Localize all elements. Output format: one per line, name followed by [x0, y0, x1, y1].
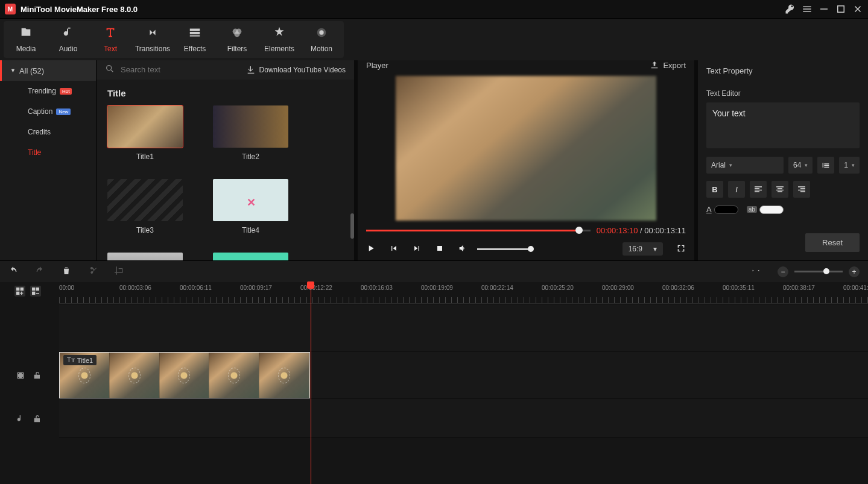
search-input[interactable] — [121, 65, 240, 74]
align-right-button[interactable] — [793, 181, 810, 198]
ruler-tick: 00:00:22:14 — [481, 284, 513, 291]
aspect-ratio-select[interactable]: 16:9▾ — [622, 242, 663, 256]
player-label: Player — [366, 61, 388, 70]
zoom-control: − + — [778, 266, 860, 277]
redo-button[interactable] — [35, 266, 45, 277]
crop-button[interactable] — [115, 266, 124, 277]
ruler-tick: 00:00:06:11 — [180, 284, 212, 291]
fit-button[interactable] — [751, 266, 761, 277]
chevron-down-icon: ▼ — [10, 68, 16, 74]
text-track[interactable] — [59, 305, 868, 352]
chevron-down-icon: ▾ — [729, 162, 732, 168]
thumb-title5[interactable] — [107, 253, 183, 260]
next-frame-button[interactable] — [412, 244, 422, 255]
tab-elements[interactable]: Elements — [261, 21, 298, 58]
remove-track-button[interactable] — [30, 286, 41, 297]
line-spacing-select[interactable]: 1▾ — [839, 157, 860, 174]
align-center-button[interactable] — [771, 181, 788, 198]
search-icon — [105, 64, 115, 75]
ruler-tick: 00:00:41:23 — [843, 284, 868, 291]
tab-audio[interactable]: Audio — [49, 21, 87, 58]
tab-effects[interactable]: Effects — [176, 21, 214, 58]
key-icon[interactable] — [785, 4, 796, 14]
playhead[interactable] — [311, 282, 311, 484]
italic-button[interactable]: I — [728, 181, 745, 198]
tab-transitions[interactable]: Transitions — [134, 21, 171, 58]
text-editor-label: Text Editor — [706, 89, 860, 98]
close-button[interactable] — [852, 4, 863, 14]
video-preview[interactable] — [396, 76, 656, 221]
text-editor-input[interactable]: Your text — [706, 102, 860, 148]
ruler-tick: 00:00:03:06 — [119, 284, 151, 291]
main-toolbar: Media Audio Text Transitions Effects Fil… — [0, 18, 868, 60]
minimize-button[interactable] — [819, 4, 829, 14]
chevron-down-icon: ▾ — [653, 245, 657, 253]
line-spacing-icon — [817, 157, 834, 174]
video-track[interactable]: TᴛTitle1 — [59, 352, 868, 399]
menu-icon[interactable] — [802, 4, 813, 14]
fullscreen-button[interactable] — [676, 244, 686, 255]
video-track-icon — [16, 371, 25, 382]
thumb-title2[interactable]: Title2 — [213, 105, 288, 161]
thumb-title6[interactable] — [213, 253, 288, 260]
add-track-button[interactable] — [14, 286, 25, 297]
video-clip[interactable]: TᴛTitle1 — [59, 352, 310, 398]
properties-title: Text Property — [698, 60, 868, 81]
thumb-title1[interactable]: Title1 — [107, 105, 183, 161]
category-trending[interactable]: TrendingHot — [0, 81, 96, 101]
zoom-slider[interactable] — [794, 271, 843, 272]
audio-track[interactable] — [59, 399, 868, 438]
app-title: MiniTool MovieMaker Free 8.0.0 — [21, 5, 785, 14]
category-caption[interactable]: CaptionNew — [0, 101, 96, 122]
audio-track-header — [0, 400, 59, 439]
svg-point-4 — [319, 30, 323, 34]
volume-button[interactable] — [458, 244, 467, 255]
highlight-color-picker[interactable]: ab — [747, 206, 784, 214]
panel-resize-handle[interactable] — [350, 213, 354, 239]
svg-rect-6 — [437, 246, 442, 251]
ruler-tick: 00:00:29:00 — [602, 284, 634, 291]
text-icon: Tᴛ — [67, 356, 75, 364]
export-button[interactable]: Export — [650, 60, 686, 70]
zoom-in-button[interactable]: + — [849, 266, 860, 277]
time-ruler[interactable]: 00:0000:00:03:0600:00:06:1100:00:09:1700… — [59, 282, 868, 304]
stop-button[interactable] — [435, 244, 445, 255]
time-display: 00:00:13:10 / 00:00:13:11 — [597, 226, 686, 235]
timeline-toolbar: − + — [0, 260, 868, 282]
highlight-icon: ab — [747, 206, 757, 213]
titlebar: M MiniTool MovieMaker Free 8.0.0 — [0, 0, 868, 18]
lock-icon[interactable] — [33, 414, 42, 426]
ruler-tick: 00:00:35:11 — [723, 284, 755, 291]
maximize-button[interactable] — [835, 4, 846, 14]
reset-button[interactable]: Reset — [805, 233, 860, 252]
split-button[interactable] — [88, 266, 98, 277]
delete-button[interactable] — [62, 266, 71, 277]
tab-text[interactable]: Text — [92, 21, 129, 58]
download-videos-link[interactable]: Download YouTube Videos — [246, 65, 346, 75]
category-credits[interactable]: Credits — [0, 122, 96, 142]
font-size-select[interactable]: 64▾ — [788, 157, 813, 174]
play-button[interactable] — [366, 244, 376, 255]
prev-frame-button[interactable] — [389, 244, 399, 255]
zoom-out-button[interactable]: − — [778, 266, 788, 277]
thumb-title4[interactable]: Title4 — [213, 179, 288, 234]
lock-icon[interactable] — [33, 371, 42, 382]
tab-motion[interactable]: Motion — [303, 21, 340, 58]
tab-filters[interactable]: Filters — [218, 21, 256, 58]
align-left-button[interactable] — [750, 181, 767, 198]
undo-button[interactable] — [8, 266, 18, 277]
chevron-down-icon: ▾ — [852, 162, 855, 168]
tab-media[interactable]: Media — [7, 21, 45, 58]
text-track-header — [0, 304, 59, 352]
text-color-picker[interactable]: A — [706, 205, 738, 214]
category-all[interactable]: ▼All (52) — [0, 60, 96, 81]
clip-label: TᴛTitle1 — [63, 355, 97, 365]
ruler-tick: 00:00:12:22 — [300, 284, 332, 291]
bold-button[interactable]: B — [706, 181, 723, 198]
volume-slider[interactable] — [477, 248, 531, 250]
font-family-select[interactable]: Arial▾ — [706, 157, 784, 174]
seek-bar[interactable] — [366, 230, 591, 231]
properties-panel: ▶ Text Property Text Editor Your text Ar… — [698, 60, 868, 260]
category-title[interactable]: Title — [0, 142, 96, 163]
thumb-title3[interactable]: Title3 — [107, 179, 183, 234]
